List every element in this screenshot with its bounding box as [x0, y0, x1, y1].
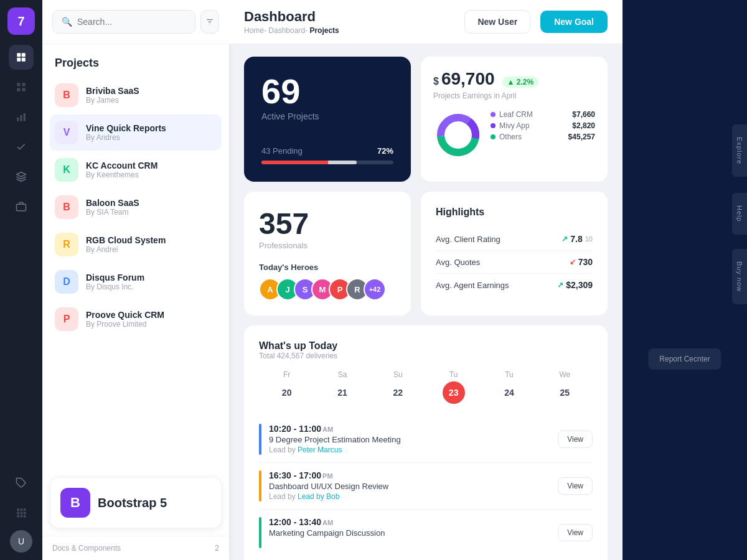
- sidebar-search-area: 🔍: [42, 0, 229, 44]
- explore-tab[interactable]: Explore: [732, 124, 747, 177]
- earnings-badge: ▲ 2.2%: [502, 77, 539, 88]
- svg-rect-4: [17, 83, 20, 86]
- project-info-baloon: Baloon SaaS By SIA Team: [86, 198, 217, 217]
- professionals-count: 357: [259, 207, 396, 241]
- bootstrap-title: Bootstrap 5: [98, 496, 167, 510]
- sidebar-item-kc[interactable]: K KC Account CRM By Keenthemes: [50, 152, 222, 188]
- earnings-card: $ 69,700 ▲ 2.2% Projects Earnings in Apr…: [421, 57, 608, 182]
- highlight-row: Avg. Quotes↙730: [436, 251, 593, 274]
- svg-rect-22: [24, 515, 26, 518]
- event-info: 12:00 - 13:40AM Marketing Campaign Discu…: [269, 517, 550, 538]
- highlight-value: ↙730: [570, 257, 593, 267]
- project-logo-vine: V: [55, 121, 78, 144]
- avatar-stack: AJSMPR+42: [259, 278, 396, 301]
- event-name: Marketing Campaign Discussion: [269, 528, 550, 538]
- filter-button[interactable]: [200, 10, 219, 34]
- event-ampm: PM: [322, 472, 333, 480]
- event-lead-link[interactable]: Lead by Bob: [298, 492, 339, 501]
- event-ampm: AM: [322, 519, 333, 526]
- cal-day-num: 22: [387, 381, 409, 404]
- nav-icon-check[interactable]: [9, 134, 34, 159]
- svg-marker-11: [17, 172, 26, 177]
- footer-docs-text: Docs & Components: [52, 544, 121, 553]
- calendar-day[interactable]: Su22: [370, 370, 426, 404]
- nav-icon-grid2[interactable]: [9, 500, 34, 525]
- bootstrap-logo: B: [60, 488, 90, 518]
- project-info-kc: KC Account CRM By Keenthemes: [86, 161, 217, 179]
- sidebar: 🔍 Projects B Briviba SaaS By James V Vin…: [42, 0, 229, 560]
- event-view-button[interactable]: View: [558, 524, 593, 541]
- nav-icon-tag[interactable]: [9, 470, 34, 495]
- svg-rect-17: [17, 512, 19, 515]
- project-by-disqus: By Disqus Inc.: [86, 282, 217, 291]
- cal-day-name: Fr: [259, 370, 314, 379]
- sidebar-footer: Docs & Components 2: [42, 536, 229, 560]
- legend-value: $2,820: [572, 121, 595, 130]
- nav-avatar[interactable]: 7: [7, 7, 35, 35]
- project-logo-proove: P: [55, 307, 78, 331]
- sidebar-item-baloon[interactable]: B Baloon SaaS By SIA Team: [50, 189, 222, 225]
- cards-row-1: 69 Active Projects 43 Pending 72% $ 69,7…: [244, 57, 608, 182]
- highlight-row: Avg. Client Rating↗7.8 10: [436, 228, 593, 251]
- help-tab[interactable]: Help: [732, 193, 747, 235]
- event-lead: Lead by Peter Marcus: [269, 446, 550, 454]
- project-info-proove: Proove Quick CRM By Proove Limited: [86, 310, 217, 329]
- sidebar-item-disqus[interactable]: D Disqus Forum By Disqus Inc.: [50, 264, 222, 300]
- project-name-kc: KC Account CRM: [86, 161, 217, 170]
- schedule-subtitle: Total 424,567 deliveries: [259, 352, 593, 360]
- legend-dot: [491, 134, 496, 139]
- buynow-tab[interactable]: Buy now: [732, 249, 747, 304]
- project-by-vine: By Andres: [86, 133, 217, 142]
- footer-count: 2: [215, 544, 219, 553]
- earnings-label: Projects Earnings in April: [433, 91, 595, 100]
- nav-icon-dashboard[interactable]: [9, 45, 34, 70]
- cal-day-name: Sa: [314, 370, 370, 379]
- calendar-day[interactable]: Sa21: [314, 370, 370, 404]
- highlights-list: Avg. Client Rating↗7.8 10Avg. Quotes↙730…: [436, 228, 593, 296]
- highlight-label: Avg. Quotes: [436, 258, 480, 267]
- svg-rect-0: [17, 53, 21, 57]
- report-center-button[interactable]: Report Cecnter: [648, 348, 721, 370]
- event-view-button[interactable]: View: [558, 431, 593, 448]
- sidebar-item-rgb[interactable]: R RGB Cloud System By Andrei: [50, 226, 222, 263]
- event-bar: [259, 517, 261, 548]
- svg-rect-18: [21, 512, 23, 515]
- calendar-day[interactable]: Tu24: [481, 370, 537, 404]
- calendar-day[interactable]: We25: [537, 370, 593, 404]
- project-name-baloon: Baloon SaaS: [86, 198, 217, 208]
- project-by-proove: By Proove Limited: [86, 320, 217, 329]
- sidebar-item-briviba[interactable]: B Briviba SaaS By James: [50, 77, 222, 113]
- pending-label: 43 Pending: [261, 146, 303, 156]
- event-name: 9 Degree Project Estimation Meeting: [269, 435, 550, 444]
- user-avatar[interactable]: U: [10, 530, 32, 553]
- project-name-vine: Vine Quick Reports: [86, 123, 217, 133]
- project-info-disqus: Disqus Forum By Disqus Inc.: [86, 273, 217, 291]
- more-heroes-badge: +42: [364, 278, 386, 301]
- event-view-button[interactable]: View: [558, 477, 593, 495]
- nav-icon-grid[interactable]: [9, 75, 34, 100]
- nav-icon-briefcase[interactable]: [9, 194, 34, 219]
- progress-bar-wrap: [261, 161, 393, 164]
- nav-icon-layers[interactable]: [9, 164, 34, 189]
- cards-row-3: What's up Today Total 424,567 deliveries…: [244, 325, 608, 560]
- calendar-day[interactable]: Fr20: [259, 370, 314, 404]
- calendar-day[interactable]: Tu23: [426, 370, 481, 404]
- search-input[interactable]: [77, 17, 186, 27]
- donut-svg: [433, 110, 483, 160]
- new-goal-button[interactable]: New Goal: [540, 11, 608, 33]
- project-logo-rgb: R: [55, 233, 78, 256]
- svg-rect-19: [24, 512, 26, 515]
- new-user-button[interactable]: New User: [464, 10, 530, 34]
- highlights-card: Highlights Avg. Client Rating↗7.8 10Avg.…: [421, 192, 608, 315]
- main-content: Dashboard Home- Dashboard- Projects New …: [229, 0, 622, 560]
- earnings-currency: $: [433, 76, 439, 87]
- nav-icon-chart[interactable]: [9, 105, 34, 129]
- sidebar-item-vine[interactable]: V Vine Quick Reports By Andres: [50, 114, 222, 151]
- pending-row: 43 Pending 72%: [261, 146, 393, 156]
- svg-rect-3: [22, 58, 26, 62]
- highlight-label: Avg. Client Rating: [436, 235, 500, 244]
- legend-dot: [491, 112, 496, 117]
- event-lead-link[interactable]: Peter Marcus: [298, 446, 342, 454]
- project-by-rgb: By Andrei: [86, 245, 217, 254]
- sidebar-item-proove[interactable]: P Proove Quick CRM By Proove Limited: [50, 301, 222, 337]
